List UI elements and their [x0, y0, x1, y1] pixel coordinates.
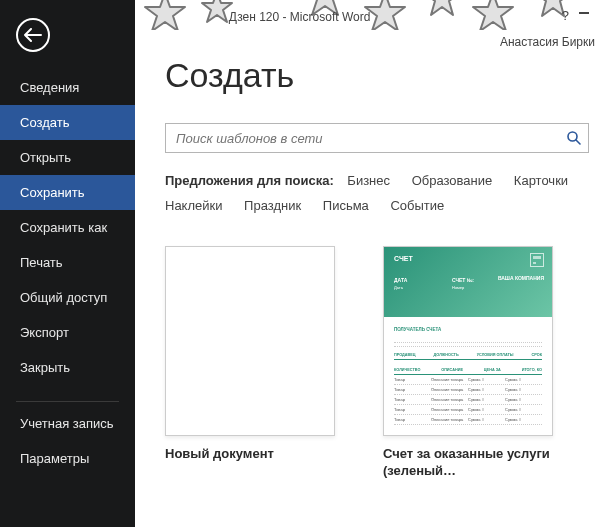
invoice-preview: СЧЕТ ДАТА Дата СЧЕТ №: Номер ВАША КОМПАН… [384, 247, 552, 435]
back-arrow-icon [24, 28, 42, 42]
search-icon [566, 130, 582, 146]
invoice-logo-icon [530, 253, 544, 267]
svg-line-1 [576, 140, 580, 144]
sidebar-separator [16, 401, 119, 402]
template-search-button[interactable] [560, 124, 588, 152]
template-blank-thumb[interactable] [165, 246, 335, 436]
search-suggestions: Предложения для поиска: Бизнес Образован… [165, 169, 595, 218]
template-invoice[interactable]: СЧЕТ ДАТА Дата СЧЕТ №: Номер ВАША КОМПАН… [383, 246, 553, 480]
template-caption: Новый документ [165, 446, 335, 463]
sidebar-item-share[interactable]: Общий доступ [0, 280, 135, 315]
window-title: Дзен 120 - Microsoft Word [229, 10, 371, 24]
help-button[interactable]: ? [562, 8, 569, 23]
suggest-term[interactable]: Письма [323, 194, 369, 219]
sidebar-item-save[interactable]: Сохранить [0, 175, 135, 210]
suggest-term[interactable]: Карточки [514, 169, 568, 194]
sidebar-item-info[interactable]: Сведения [0, 70, 135, 105]
sidebar-item-print[interactable]: Печать [0, 245, 135, 280]
template-caption: Счет за оказанные услуги (зеленый… [383, 446, 553, 480]
backstage-sidebar: Сведения Создать Открыть Сохранить Сохра… [0, 0, 135, 527]
template-blank[interactable]: Новый документ [165, 246, 335, 480]
template-search[interactable] [165, 123, 589, 153]
back-button[interactable] [16, 18, 50, 52]
sidebar-item-saveas[interactable]: Сохранить как [0, 210, 135, 245]
suggest-term[interactable]: Бизнес [347, 169, 390, 194]
sidebar-item-account[interactable]: Учетная запись [0, 406, 135, 441]
minimize-button[interactable] [579, 12, 589, 14]
suggest-term[interactable]: Образование [412, 169, 493, 194]
page-title: Создать [165, 56, 599, 95]
template-gallery: Новый документ СЧЕТ ДАТА Дата СЧЕТ №: Но… [165, 246, 599, 480]
sidebar-item-new[interactable]: Создать [0, 105, 135, 140]
sidebar-item-open[interactable]: Открыть [0, 140, 135, 175]
sidebar-item-export[interactable]: Экспорт [0, 315, 135, 350]
main-pane: Создать Предложения для поиска: Бизнес О… [135, 52, 599, 527]
suggestions-label: Предложения для поиска: [165, 173, 334, 188]
account-username[interactable]: Анастасия Бирки [500, 35, 595, 49]
suggest-term[interactable]: Праздник [244, 194, 301, 219]
template-search-input[interactable] [166, 131, 560, 146]
suggest-term[interactable]: Наклейки [165, 194, 222, 219]
sidebar-item-options[interactable]: Параметры [0, 441, 135, 476]
sidebar-item-close[interactable]: Закрыть [0, 350, 135, 385]
suggest-term[interactable]: Событие [390, 194, 444, 219]
template-invoice-thumb[interactable]: СЧЕТ ДАТА Дата СЧЕТ №: Номер ВАША КОМПАН… [383, 246, 553, 436]
